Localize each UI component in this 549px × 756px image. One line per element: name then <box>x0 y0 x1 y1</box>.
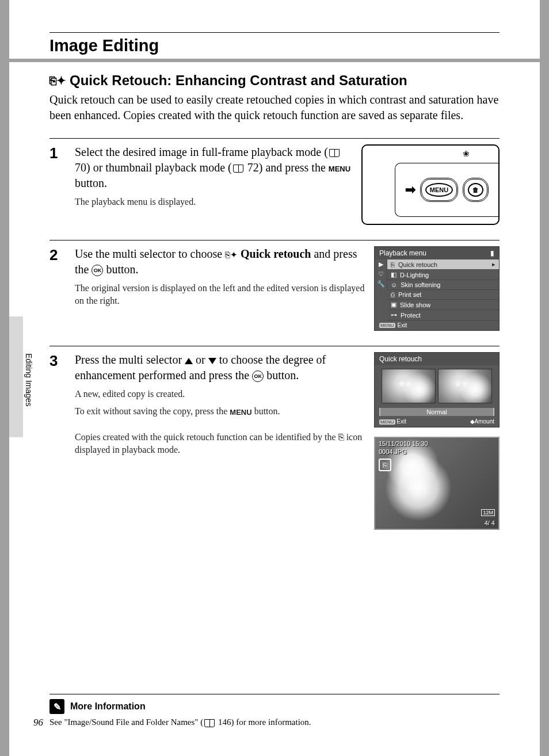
slideshow-icon: ▣ <box>391 301 396 308</box>
step-number: 2 <box>49 246 67 331</box>
info-icon: ✎ <box>49 699 64 714</box>
arrow-right-icon: ➡ <box>405 182 415 197</box>
camera-diagram: ❀ ➡ MENU 🗑 <box>361 144 500 225</box>
step-3-text: Press the multi selector or to choose th… <box>75 352 365 530</box>
protect-icon: ⊶ <box>391 311 397 319</box>
step-number: 1 <box>49 144 67 225</box>
print-icon: ⎙ <box>391 291 395 298</box>
content: ⎘✦ Quick Retouch: Enhancing Contrast and… <box>49 72 500 530</box>
skin-icon: ☺ <box>391 281 397 288</box>
wrench-tab-icon: 🔧 <box>375 279 387 289</box>
more-information: ✎ More Information See "Image/Sound File… <box>49 694 500 727</box>
menu-badge: MENU <box>379 323 395 328</box>
subtitle-text: Quick Retouch: Enhancing Contrast and Sa… <box>70 72 407 89</box>
menu-item-print: ⎙Print set <box>387 290 499 300</box>
step-1: 1 Select the desired image in full-frame… <box>49 138 500 225</box>
step-3-sub3: Copies created with the quick retouch fu… <box>75 431 365 456</box>
book-icon <box>204 719 215 727</box>
intro-paragraph: Quick retouch can be used to easily crea… <box>49 92 500 123</box>
retouch-copy-icon: ⎘ <box>338 432 344 442</box>
ok-button-icon: OK <box>92 265 103 276</box>
qr-title: Quick retouch <box>379 355 422 363</box>
lcd-title: Playback menu <box>379 249 426 257</box>
step-3-illustration: Quick retouch Normal MENU Exit ◆Amount 1… <box>374 352 500 530</box>
triangle-down-icon <box>208 358 216 364</box>
quick-retouch-icon: ⎘✦ <box>49 74 66 87</box>
step-1-sub: The playback menu is displayed. <box>75 196 352 208</box>
menu-item-skin: ☺Skin softening <box>387 280 499 290</box>
step-number: 3 <box>49 352 67 530</box>
photo-counter: 4/ 4 <box>485 520 495 526</box>
more-info-heading: More Information <box>70 701 146 712</box>
menu-button: MENU <box>425 183 453 197</box>
menu-item-protect: ⊶Protect <box>387 310 499 320</box>
book-icon <box>329 149 340 157</box>
step-1-illustration: ❀ ➡ MENU 🗑 <box>361 144 500 225</box>
section-subtitle: ⎘✦ Quick Retouch: Enhancing Contrast and… <box>49 72 500 89</box>
heart-tab-icon: ♡ <box>375 269 387 279</box>
trash-button: 🗑 <box>468 183 483 197</box>
manual-page: Image Editing ⎘✦ Quick Retouch: Enhancin… <box>9 0 540 756</box>
title-rule <box>49 32 500 33</box>
menu-item-quick-retouch: ⎘Quick retouch▸ <box>387 259 499 270</box>
ok-button-icon: OK <box>252 371 264 382</box>
side-tab <box>9 316 23 437</box>
photo-datetime: 15/11/2010 15:30 <box>379 440 428 447</box>
page-number: 96 <box>33 717 43 728</box>
book-icon <box>233 165 243 173</box>
page-title: Image Editing <box>49 36 540 55</box>
menu-label: MENU <box>230 407 251 416</box>
step-3-sub2: To exit without saving the copy, press t… <box>75 405 365 418</box>
play-tab-icon: ▶ <box>375 259 387 269</box>
playback-photo: 15/11/2010 15:30 0004.JPG ⎘ 12M 4/ 4 <box>374 437 500 530</box>
photo-resolution: 12M <box>481 509 495 516</box>
dlighting-icon: ◧ <box>391 271 396 278</box>
step-3-sub1: A new, edited copy is created. <box>75 388 365 400</box>
menu-item-dlighting: ◧D-Lighting <box>387 270 499 280</box>
quick-retouch-icon: ⎘✦ <box>225 249 238 261</box>
quick-retouch-icon: ⎘ <box>391 261 395 268</box>
triangle-up-icon <box>185 358 193 364</box>
step-2-illustration: Playback menu▮ ▶ ♡ 🔧 ⎘Quick retouch▸ ◧D-… <box>374 246 500 331</box>
battery-icon: ▮ <box>490 249 494 257</box>
menu-item-slideshow: ▣Slide show <box>387 300 499 310</box>
step-2-sub: The original version is displayed on the… <box>75 282 365 307</box>
macro-icon: ❀ <box>463 149 470 159</box>
edited-thumb <box>438 369 492 403</box>
menu-badge: MENU <box>379 419 395 425</box>
step-3: 3 Press the multi selector or to choose … <box>49 346 500 530</box>
photo-filename: 0004.JPG <box>379 448 407 455</box>
title-band <box>9 59 540 62</box>
playback-menu-screen: Playback menu▮ ▶ ♡ 🔧 ⎘Quick retouch▸ ◧D-… <box>374 246 500 331</box>
quick-retouch-screen: Quick retouch Normal MENU Exit ◆Amount <box>374 352 500 427</box>
step-2: 2 Use the multi selector to choose ⎘✦ Qu… <box>49 240 500 331</box>
retouch-copy-icon: ⎘ <box>379 459 391 471</box>
step-2-text: Use the multi selector to choose ⎘✦ Quic… <box>75 246 365 331</box>
enhancement-level: Normal <box>379 408 494 416</box>
more-info-body: See "Image/Sound File and Folder Names" … <box>49 717 500 727</box>
side-tab-label: Editing Images <box>24 353 33 407</box>
original-thumb <box>382 369 436 403</box>
menu-label: MENU <box>329 165 350 173</box>
updown-icon: ◆ <box>470 418 475 425</box>
step-1-text: Select the desired image in full-frame p… <box>75 144 352 225</box>
